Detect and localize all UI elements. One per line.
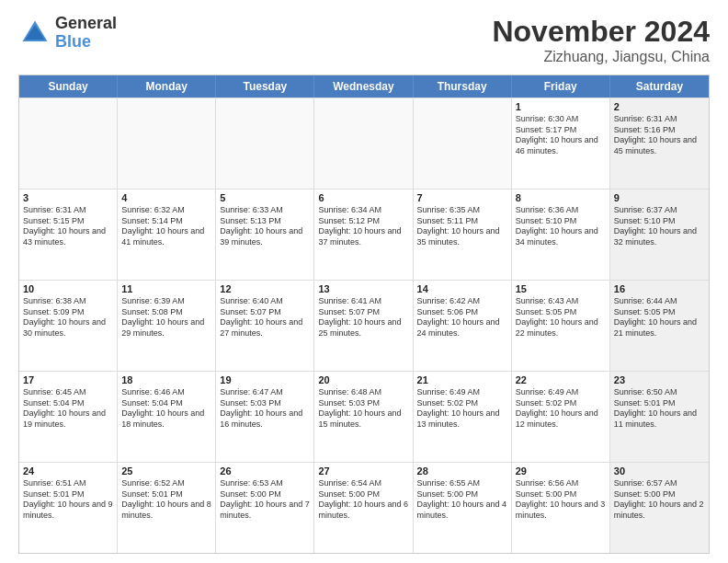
day-number: 8	[516, 192, 606, 203]
calendar-cell: 7Sunrise: 6:35 AM Sunset: 5:11 PM Daylig…	[414, 190, 512, 280]
day-number: 14	[417, 283, 507, 294]
calendar-cell	[118, 98, 216, 189]
day-info: Sunrise: 6:56 AM Sunset: 5:00 PM Dayligh…	[516, 478, 606, 522]
calendar-cell: 20Sunrise: 6:48 AM Sunset: 5:03 PM Dayli…	[314, 372, 413, 462]
calendar-cell: 5Sunrise: 6:33 AM Sunset: 5:13 PM Daylig…	[216, 190, 314, 280]
day-info: Sunrise: 6:36 AM Sunset: 5:10 PM Dayligh…	[516, 205, 606, 248]
calendar-row-0: 1Sunrise: 6:30 AM Sunset: 5:17 PM Daylig…	[19, 98, 709, 189]
logo-text: General Blue	[55, 15, 117, 52]
day-number: 7	[417, 192, 507, 203]
day-info: Sunrise: 6:35 AM Sunset: 5:11 PM Dayligh…	[417, 205, 507, 248]
calendar-cell: 10Sunrise: 6:38 AM Sunset: 5:09 PM Dayli…	[19, 281, 118, 371]
calendar-cell: 25Sunrise: 6:52 AM Sunset: 5:01 PM Dayli…	[118, 463, 216, 553]
logo: General Blue	[18, 15, 117, 52]
header-day-monday: Monday	[118, 75, 216, 98]
calendar-cell: 28Sunrise: 6:55 AM Sunset: 5:00 PM Dayli…	[414, 463, 512, 553]
day-info: Sunrise: 6:38 AM Sunset: 5:09 PM Dayligh…	[23, 296, 113, 339]
day-number: 27	[318, 465, 408, 477]
calendar-cell: 15Sunrise: 6:43 AM Sunset: 5:05 PM Dayli…	[512, 281, 610, 371]
day-info: Sunrise: 6:46 AM Sunset: 5:04 PM Dayligh…	[121, 387, 211, 431]
calendar-cell	[414, 98, 512, 189]
calendar-cell: 2Sunrise: 6:31 AM Sunset: 5:16 PM Daylig…	[610, 98, 709, 189]
day-number: 21	[417, 374, 507, 385]
day-number: 9	[614, 192, 705, 203]
calendar-cell: 29Sunrise: 6:56 AM Sunset: 5:00 PM Dayli…	[512, 463, 610, 553]
header: General Blue November 2024 Zizhuang, Jia…	[18, 15, 710, 65]
day-number: 26	[220, 465, 310, 477]
day-number: 22	[516, 374, 606, 385]
page-subtitle: Zizhuang, Jiangsu, China	[492, 49, 710, 65]
day-number: 2	[614, 101, 705, 112]
calendar-cell: 14Sunrise: 6:42 AM Sunset: 5:06 PM Dayli…	[414, 281, 512, 371]
calendar-cell: 26Sunrise: 6:53 AM Sunset: 5:00 PM Dayli…	[216, 463, 314, 553]
calendar-row-3: 17Sunrise: 6:45 AM Sunset: 5:04 PM Dayli…	[19, 371, 709, 462]
calendar-row-4: 24Sunrise: 6:51 AM Sunset: 5:01 PM Dayli…	[19, 462, 709, 553]
calendar-cell	[314, 98, 413, 189]
header-day-thursday: Thursday	[414, 75, 512, 98]
day-number: 12	[220, 283, 310, 294]
calendar-cell	[216, 98, 314, 189]
day-number: 3	[23, 192, 113, 203]
day-info: Sunrise: 6:47 AM Sunset: 5:03 PM Dayligh…	[220, 387, 310, 431]
day-number: 13	[318, 283, 408, 294]
title-block: November 2024 Zizhuang, Jiangsu, China	[492, 15, 710, 65]
calendar-cell: 12Sunrise: 6:40 AM Sunset: 5:07 PM Dayli…	[216, 281, 314, 371]
day-info: Sunrise: 6:32 AM Sunset: 5:14 PM Dayligh…	[121, 205, 211, 248]
day-number: 6	[318, 192, 408, 203]
header-day-sunday: Sunday	[19, 75, 118, 98]
logo-general: General	[55, 15, 117, 33]
header-day-friday: Friday	[512, 75, 610, 98]
day-number: 5	[220, 192, 310, 203]
day-number: 28	[417, 465, 507, 477]
calendar-cell: 22Sunrise: 6:49 AM Sunset: 5:02 PM Dayli…	[512, 372, 610, 462]
day-info: Sunrise: 6:52 AM Sunset: 5:01 PM Dayligh…	[121, 478, 211, 522]
calendar-cell: 23Sunrise: 6:50 AM Sunset: 5:01 PM Dayli…	[610, 372, 709, 462]
calendar-cell: 1Sunrise: 6:30 AM Sunset: 5:17 PM Daylig…	[512, 98, 610, 189]
page: General Blue November 2024 Zizhuang, Jia…	[0, 0, 728, 563]
day-info: Sunrise: 6:42 AM Sunset: 5:06 PM Dayligh…	[417, 296, 507, 339]
day-info: Sunrise: 6:40 AM Sunset: 5:07 PM Dayligh…	[220, 296, 310, 339]
day-info: Sunrise: 6:30 AM Sunset: 5:17 PM Dayligh…	[516, 114, 606, 157]
calendar-cell: 27Sunrise: 6:54 AM Sunset: 5:00 PM Dayli…	[314, 463, 413, 553]
day-info: Sunrise: 6:49 AM Sunset: 5:02 PM Dayligh…	[417, 387, 507, 431]
day-info: Sunrise: 6:55 AM Sunset: 5:00 PM Dayligh…	[417, 478, 507, 522]
logo-icon	[18, 17, 51, 50]
logo-blue: Blue	[55, 33, 117, 52]
day-number: 19	[220, 374, 310, 385]
day-info: Sunrise: 6:31 AM Sunset: 5:15 PM Dayligh…	[23, 205, 113, 248]
calendar-body: 1Sunrise: 6:30 AM Sunset: 5:17 PM Daylig…	[19, 98, 709, 553]
calendar-cell: 6Sunrise: 6:34 AM Sunset: 5:12 PM Daylig…	[314, 190, 413, 280]
calendar-cell: 9Sunrise: 6:37 AM Sunset: 5:10 PM Daylig…	[610, 190, 709, 280]
day-info: Sunrise: 6:33 AM Sunset: 5:13 PM Dayligh…	[220, 205, 310, 248]
calendar-cell: 24Sunrise: 6:51 AM Sunset: 5:01 PM Dayli…	[19, 463, 118, 553]
day-number: 30	[614, 465, 705, 477]
calendar: SundayMondayTuesdayWednesdayThursdayFrid…	[18, 75, 710, 554]
calendar-row-1: 3Sunrise: 6:31 AM Sunset: 5:15 PM Daylig…	[19, 189, 709, 280]
day-info: Sunrise: 6:43 AM Sunset: 5:05 PM Dayligh…	[516, 296, 606, 339]
day-info: Sunrise: 6:49 AM Sunset: 5:02 PM Dayligh…	[516, 387, 606, 431]
day-number: 4	[121, 192, 211, 203]
calendar-cell	[19, 98, 118, 189]
calendar-cell: 8Sunrise: 6:36 AM Sunset: 5:10 PM Daylig…	[512, 190, 610, 280]
day-number: 23	[614, 374, 705, 385]
day-number: 15	[516, 283, 606, 294]
calendar-header: SundayMondayTuesdayWednesdayThursdayFrid…	[19, 75, 709, 98]
calendar-cell: 21Sunrise: 6:49 AM Sunset: 5:02 PM Dayli…	[414, 372, 512, 462]
day-number: 29	[516, 465, 606, 477]
calendar-cell: 3Sunrise: 6:31 AM Sunset: 5:15 PM Daylig…	[19, 190, 118, 280]
day-info: Sunrise: 6:39 AM Sunset: 5:08 PM Dayligh…	[121, 296, 211, 339]
calendar-row-2: 10Sunrise: 6:38 AM Sunset: 5:09 PM Dayli…	[19, 280, 709, 371]
day-info: Sunrise: 6:48 AM Sunset: 5:03 PM Dayligh…	[318, 387, 408, 431]
page-title: November 2024	[492, 15, 710, 49]
calendar-cell: 11Sunrise: 6:39 AM Sunset: 5:08 PM Dayli…	[118, 281, 216, 371]
header-day-tuesday: Tuesday	[216, 75, 314, 98]
day-number: 24	[23, 465, 113, 477]
calendar-cell: 19Sunrise: 6:47 AM Sunset: 5:03 PM Dayli…	[216, 372, 314, 462]
day-number: 20	[318, 374, 408, 385]
header-day-saturday: Saturday	[610, 75, 709, 98]
calendar-cell: 16Sunrise: 6:44 AM Sunset: 5:05 PM Dayli…	[610, 281, 709, 371]
header-day-wednesday: Wednesday	[314, 75, 413, 98]
calendar-cell: 18Sunrise: 6:46 AM Sunset: 5:04 PM Dayli…	[118, 372, 216, 462]
calendar-cell: 13Sunrise: 6:41 AM Sunset: 5:07 PM Dayli…	[314, 281, 413, 371]
day-info: Sunrise: 6:45 AM Sunset: 5:04 PM Dayligh…	[23, 387, 113, 431]
